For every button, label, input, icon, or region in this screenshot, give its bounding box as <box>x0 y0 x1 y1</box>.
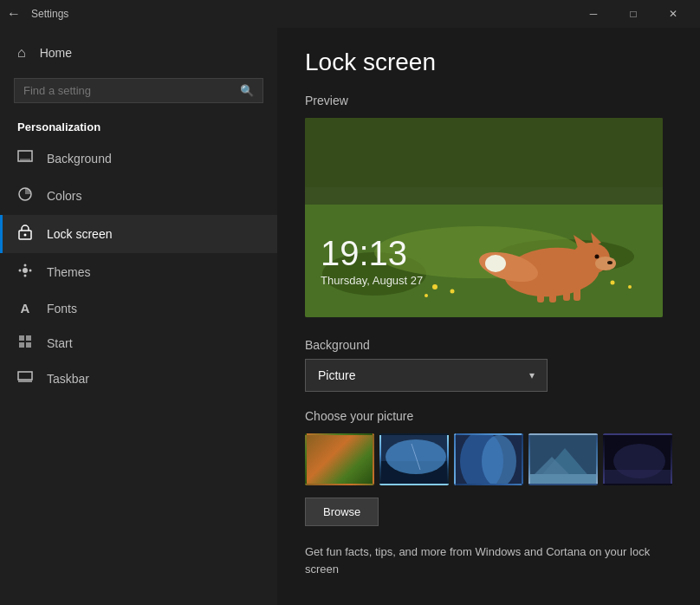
svg-point-40 <box>628 285 632 289</box>
svg-rect-12 <box>19 342 24 348</box>
taskbar-label: Taskbar <box>47 372 89 386</box>
background-dropdown-value: Picture <box>318 368 356 382</box>
colors-label: Colors <box>47 189 81 203</box>
sidebar-item-colors[interactable]: Colors <box>0 177 277 215</box>
svg-rect-10 <box>19 335 24 341</box>
svg-point-8 <box>19 270 22 272</box>
svg-point-36 <box>432 284 438 289</box>
svg-rect-21 <box>305 118 663 187</box>
svg-point-29 <box>595 255 600 259</box>
themes-label: Themes <box>47 265 91 279</box>
sidebar-item-themes[interactable]: Themes <box>0 253 277 291</box>
main-layout: ⌂ Home 🔍 Personalization Background <box>0 28 700 605</box>
lock-screen-icon <box>17 224 33 244</box>
title-bar: ← Settings ─ □ ✕ <box>0 0 700 28</box>
page-title: Lock screen <box>305 49 672 76</box>
sidebar-item-start[interactable]: Start <box>0 325 277 361</box>
svg-rect-1 <box>20 159 30 161</box>
search-input[interactable] <box>23 84 240 97</box>
choose-picture-label: Choose your picture <box>305 409 672 423</box>
thumbnail-dark[interactable] <box>603 433 672 485</box>
sidebar-item-taskbar[interactable]: Taskbar <box>0 361 277 396</box>
background-icon <box>17 150 33 167</box>
svg-point-5 <box>23 268 28 273</box>
thumbnail-mountain[interactable] <box>528 433 598 485</box>
svg-point-4 <box>24 234 27 237</box>
svg-point-37 <box>450 289 455 294</box>
home-icon: ⌂ <box>17 45 26 61</box>
svg-rect-15 <box>18 381 32 382</box>
svg-point-31 <box>485 255 506 272</box>
svg-point-39 <box>611 281 615 285</box>
start-label: Start <box>47 336 73 350</box>
background-label: Background <box>47 152 112 166</box>
svg-point-49 <box>482 435 516 485</box>
content-area: Lock screen Preview <box>277 28 700 605</box>
preview-box: 19:13 Thursday, August 27 <box>305 118 663 317</box>
background-section-label: Background <box>305 338 672 352</box>
svg-rect-33 <box>549 287 556 302</box>
sidebar-home-label: Home <box>40 46 72 60</box>
back-button[interactable]: ← <box>7 6 21 22</box>
svg-rect-11 <box>26 335 31 341</box>
lock-screen-label: Lock screen <box>47 227 112 241</box>
minimize-button[interactable]: ─ <box>574 0 613 28</box>
fonts-icon: A <box>17 301 33 316</box>
restore-button[interactable]: □ <box>613 0 653 28</box>
thumbnail-sky[interactable] <box>379 433 449 485</box>
svg-point-27 <box>595 257 616 270</box>
colors-icon <box>17 186 33 205</box>
thumbnail-ice[interactable] <box>454 433 523 485</box>
svg-rect-14 <box>18 372 32 380</box>
close-button[interactable]: ✕ <box>653 0 693 28</box>
search-box: 🔍 <box>14 78 263 103</box>
svg-rect-53 <box>530 474 598 485</box>
window-controls: ─ □ ✕ <box>574 0 693 28</box>
svg-rect-32 <box>537 287 544 302</box>
sidebar-item-background[interactable]: Background <box>0 140 277 177</box>
preview-label: Preview <box>305 94 672 107</box>
thumbnail-fox[interactable] <box>305 433 374 485</box>
fonts-label: Fonts <box>47 302 77 316</box>
svg-point-9 <box>29 270 32 272</box>
picture-thumbnails <box>305 433 672 485</box>
start-icon <box>17 335 33 352</box>
taskbar-icon <box>17 371 33 387</box>
svg-point-38 <box>425 294 428 297</box>
browse-button[interactable]: Browse <box>305 498 379 526</box>
svg-rect-35 <box>574 287 580 301</box>
window-title: Settings <box>31 8 574 20</box>
search-icon: 🔍 <box>240 84 254 97</box>
info-text: Get fun facts, tips, and more from Windo… <box>305 543 651 577</box>
sidebar-item-fonts[interactable]: A Fonts <box>0 291 277 325</box>
themes-icon <box>17 263 33 282</box>
svg-rect-34 <box>563 287 570 301</box>
svg-text:19:13: 19:13 <box>321 234 407 272</box>
background-dropdown[interactable]: Picture ▾ <box>305 359 548 392</box>
preview-image: 19:13 Thursday, August 27 <box>305 118 663 317</box>
svg-text:Thursday, August 27: Thursday, August 27 <box>321 274 423 287</box>
svg-point-6 <box>24 264 27 267</box>
svg-rect-13 <box>26 342 31 348</box>
svg-point-56 <box>613 444 665 478</box>
sidebar: ⌂ Home 🔍 Personalization Background <box>0 28 277 605</box>
chevron-down-icon: ▾ <box>529 369 535 381</box>
sidebar-item-lock-screen[interactable]: Lock screen <box>0 215 277 253</box>
svg-point-28 <box>607 261 612 264</box>
svg-point-7 <box>24 275 27 277</box>
sidebar-item-home[interactable]: ⌂ Home <box>0 35 277 71</box>
sidebar-section-title: Personalization <box>0 110 277 140</box>
